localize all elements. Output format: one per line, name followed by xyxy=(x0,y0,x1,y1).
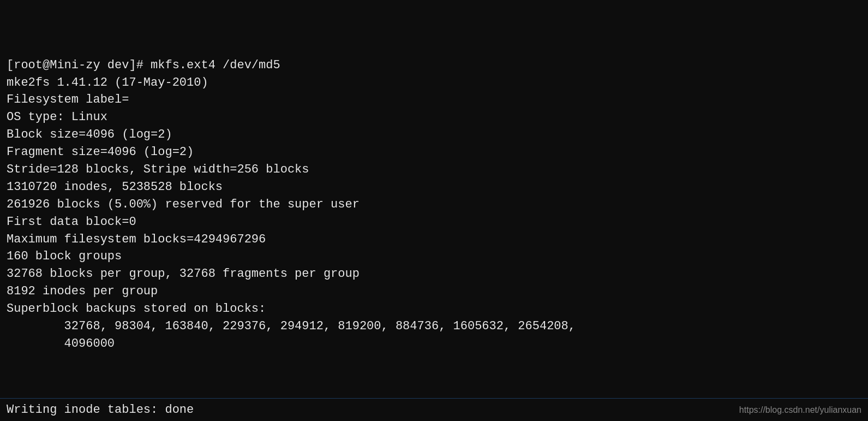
terminal-line: 4096000 xyxy=(7,335,861,353)
terminal-output: [root@Mini-zy dev]# mkfs.ext4 /dev/md5mk… xyxy=(7,4,861,353)
terminal-line: Fragment size=4096 (log=2) xyxy=(7,144,861,161)
bottom-status-line: Writing inode tables: done xyxy=(7,403,194,417)
terminal-line: First data block=0 xyxy=(7,214,861,231)
terminal-line: Superblock backups stored on blocks: xyxy=(7,300,861,318)
watermark: https://blog.csdn.net/yulianxuan xyxy=(739,405,861,415)
terminal-line: 32768, 98304, 163840, 229376, 294912, 81… xyxy=(7,318,861,335)
terminal-line: Maximum filesystem blocks=4294967296 xyxy=(7,231,861,248)
terminal-line: 160 block groups xyxy=(7,248,861,265)
terminal-bottom-bar: Writing inode tables: done https://blog.… xyxy=(0,398,868,421)
terminal-line: 261926 blocks (5.00%) reserved for the s… xyxy=(7,196,861,214)
terminal-line: 1310720 inodes, 5238528 blocks xyxy=(7,179,861,196)
terminal-line: 8192 inodes per group xyxy=(7,283,861,300)
terminal-window: [root@Mini-zy dev]# mkfs.ext4 /dev/md5mk… xyxy=(0,0,868,421)
terminal-line: 32768 blocks per group, 32768 fragments … xyxy=(7,265,861,283)
terminal-line: Stride=128 blocks, Stripe width=256 bloc… xyxy=(7,161,861,179)
terminal-line: Block size=4096 (log=2) xyxy=(7,126,861,144)
terminal-line: [root@Mini-zy dev]# mkfs.ext4 /dev/md5 xyxy=(7,57,861,74)
terminal-line: mke2fs 1.41.12 (17-May-2010) xyxy=(7,74,861,92)
terminal-line: Filesystem label= xyxy=(7,91,861,109)
terminal-line: OS type: Linux xyxy=(7,109,861,126)
